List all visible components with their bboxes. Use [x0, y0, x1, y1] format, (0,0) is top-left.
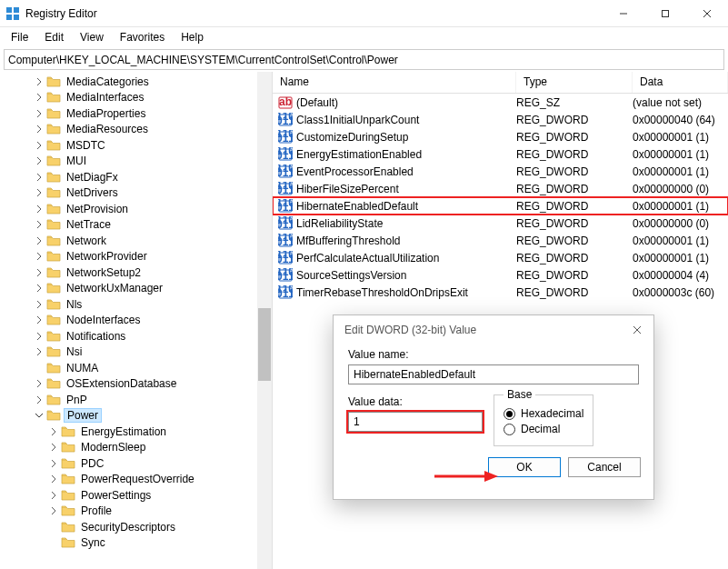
- chevron-right-icon[interactable]: [33, 330, 45, 343]
- value-name-input[interactable]: [348, 364, 639, 384]
- chevron-right-icon[interactable]: [33, 314, 45, 326]
- value-row[interactable]: 110011SourceSettingsVersionREG_DWORD0x00…: [273, 266, 728, 284]
- chevron-right-icon[interactable]: [33, 203, 45, 215]
- chevron-right-icon[interactable]: [33, 75, 45, 88]
- chevron-right-icon[interactable]: [33, 91, 45, 104]
- binary-value-icon: 110011: [278, 199, 293, 214]
- tree-item-pnp[interactable]: PnP: [0, 392, 272, 408]
- menu-view[interactable]: View: [73, 29, 111, 45]
- tree-item-modernsleep[interactable]: ModernSleep: [0, 440, 272, 456]
- menu-favorites[interactable]: Favorites: [113, 29, 172, 45]
- tree-item-mediacategories[interactable]: MediaCategories: [0, 74, 272, 90]
- tree-item-energyestimation[interactable]: EnergyEstimation: [0, 424, 272, 440]
- tree-item-netdiagfx[interactable]: NetDiagFx: [0, 169, 272, 185]
- chevron-right-icon[interactable]: [33, 186, 45, 199]
- chevron-right-icon[interactable]: [33, 171, 45, 184]
- chevron-right-icon[interactable]: [33, 345, 45, 358]
- value-row[interactable]: 110011LidReliabilityStateREG_DWORD0x0000…: [273, 215, 728, 232]
- value-row[interactable]: 110011Class1InitialUnparkCountREG_DWORD0…: [273, 111, 728, 128]
- tree-item-powerrequestoverride[interactable]: PowerRequestOverride: [0, 472, 272, 488]
- tree-item-nls[interactable]: Nls: [0, 296, 272, 313]
- chevron-right-icon[interactable]: [33, 139, 45, 152]
- tree-item-nsi[interactable]: Nsi: [0, 344, 272, 361]
- chevron-right-icon[interactable]: [33, 266, 45, 279]
- chevron-right-icon[interactable]: [33, 377, 45, 390]
- cancel-button[interactable]: Cancel: [568, 457, 641, 477]
- chevron-right-icon[interactable]: [33, 155, 45, 167]
- chevron-right-icon[interactable]: [33, 394, 45, 406]
- value-row[interactable]: 110011MfBufferingThresholdREG_DWORD0x000…: [273, 232, 728, 249]
- chevron-right-icon[interactable]: [47, 504, 60, 517]
- tree-item-nodeinterfaces[interactable]: NodeInterfaces: [0, 313, 272, 329]
- value-row[interactable]: 110011CustomizeDuringSetupREG_DWORD0x000…: [273, 128, 728, 145]
- tree-item-power[interactable]: Power: [0, 408, 272, 424]
- tree-item-netdrivers[interactable]: NetDrivers: [0, 185, 272, 202]
- chevron-right-icon[interactable]: [47, 457, 60, 470]
- chevron-right-icon[interactable]: [33, 282, 45, 294]
- chevron-down-icon[interactable]: [33, 409, 45, 422]
- chevron-right-icon[interactable]: [33, 107, 45, 120]
- radio-hexadecimal[interactable]: Hexadecimal: [504, 407, 583, 420]
- tree-item-network[interactable]: Network: [0, 233, 272, 249]
- ok-button[interactable]: OK: [488, 457, 561, 477]
- tree-item-numa[interactable]: NUMA: [0, 360, 272, 376]
- tree-item-pdc[interactable]: PDC: [0, 455, 272, 472]
- value-name-cell: (Default): [296, 96, 516, 109]
- column-header-data[interactable]: Data: [633, 72, 728, 93]
- value-row[interactable]: 110011HibernateEnabledDefaultREG_DWORD0x…: [273, 197, 728, 215]
- value-row[interactable]: 110011TimerRebaseThresholdOnDripsExitREG…: [273, 284, 728, 301]
- value-data-cell: 0x00000004 (4): [633, 269, 728, 282]
- radio-decimal[interactable]: Decimal: [504, 423, 583, 435]
- folder-icon: [46, 218, 61, 231]
- tree-item-profile[interactable]: Profile: [0, 504, 272, 520]
- menu-edit[interactable]: Edit: [37, 29, 71, 45]
- tree-item-mediaproperties[interactable]: MediaProperties: [0, 105, 272, 122]
- tree-item-notifications[interactable]: Notifications: [0, 328, 272, 344]
- menu-file[interactable]: File: [4, 29, 35, 45]
- minimize-button[interactable]: [603, 0, 644, 27]
- tree-item-nettrace[interactable]: NetTrace: [0, 217, 272, 234]
- tree-item-mediainterfaces[interactable]: MediaInterfaces: [0, 90, 272, 106]
- folder-icon: [61, 521, 75, 534]
- close-button[interactable]: [686, 0, 728, 27]
- value-type-cell: REG_DWORD: [516, 165, 633, 178]
- tree-item-label: NetworkSetup2: [66, 266, 141, 279]
- value-data-input[interactable]: [348, 412, 483, 432]
- chevron-right-icon[interactable]: [33, 218, 45, 231]
- chevron-right-icon[interactable]: [47, 489, 60, 502]
- tree-item-mui[interactable]: MUI: [0, 154, 272, 170]
- menu-help[interactable]: Help: [174, 29, 211, 45]
- tree-item-powersettings[interactable]: PowerSettings: [0, 487, 272, 504]
- tree-item-netprovision[interactable]: NetProvision: [0, 201, 272, 217]
- tree-item-msdtc[interactable]: MSDTC: [0, 137, 272, 154]
- chevron-right-icon[interactable]: [47, 473, 60, 485]
- address-bar[interactable]: Computer\HKEY_LOCAL_MACHINE\SYSTEM\Curre…: [4, 49, 724, 70]
- chevron-right-icon[interactable]: [33, 123, 45, 135]
- chevron-right-icon[interactable]: [33, 235, 45, 247]
- tree-item-mediaresources[interactable]: MediaResources: [0, 122, 272, 138]
- tree-item-sync[interactable]: Sync: [0, 535, 272, 552]
- value-type-cell: REG_DWORD: [516, 131, 633, 144]
- chevron-right-icon[interactable]: [33, 250, 45, 263]
- tree-item-networksetup2[interactable]: NetworkSetup2: [0, 265, 272, 281]
- tree-item-securitydescriptors[interactable]: SecurityDescriptors: [0, 519, 272, 535]
- scrollbar-thumb[interactable]: [258, 308, 271, 381]
- value-row[interactable]: 110011PerfCalculateActualUtilizationREG_…: [273, 249, 728, 266]
- value-row[interactable]: 110011HiberFileSizePercentREG_DWORD0x000…: [273, 180, 728, 197]
- column-header-type[interactable]: Type: [516, 72, 633, 93]
- value-row[interactable]: 110011EventProcessorEnabledREG_DWORD0x00…: [273, 163, 728, 180]
- value-row[interactable]: 110011EnergyEstimationEnabledREG_DWORD0x…: [273, 145, 728, 163]
- dialog-close-button[interactable]: [632, 324, 643, 335]
- tree-scrollbar[interactable]: [257, 72, 272, 569]
- folder-icon: [61, 425, 75, 438]
- chevron-right-icon[interactable]: [33, 298, 45, 311]
- column-header-name[interactable]: Name: [273, 72, 516, 93]
- tree-pane[interactable]: MediaCategoriesMediaInterfacesMediaPrope…: [0, 72, 273, 569]
- tree-item-networkuxmanager[interactable]: NetworkUxManager: [0, 281, 272, 297]
- chevron-right-icon[interactable]: [47, 425, 60, 438]
- tree-item-networkprovider[interactable]: NetworkProvider: [0, 249, 272, 265]
- chevron-right-icon[interactable]: [47, 441, 60, 454]
- tree-item-osextensiondatabase[interactable]: OSExtensionDatabase: [0, 376, 272, 393]
- maximize-button[interactable]: [644, 0, 686, 27]
- value-row[interactable]: ab(Default)REG_SZ(value not set): [273, 94, 728, 111]
